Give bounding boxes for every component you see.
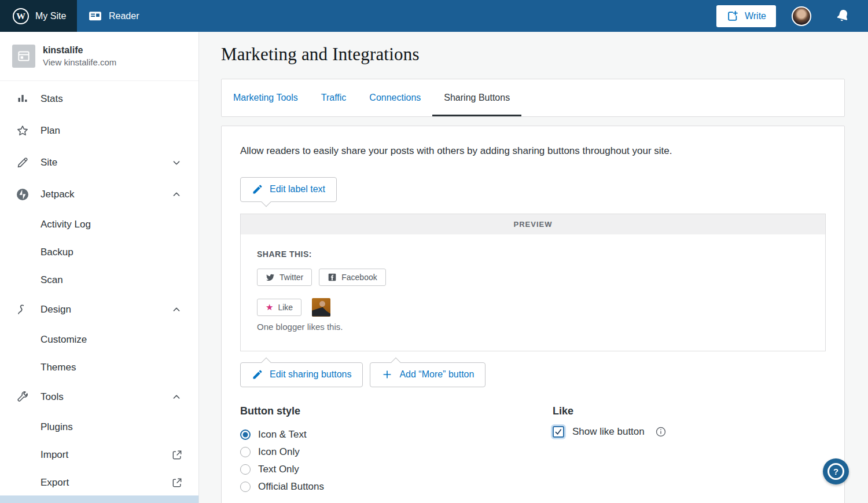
sharing-preview: PREVIEW SHARE THIS: Twitter (240, 214, 826, 351)
radio[interactable] (240, 482, 251, 492)
sidebar-item-label: Scan (41, 274, 63, 286)
sidebar-item-label: Design (41, 304, 71, 315)
reader-icon (88, 9, 102, 23)
facebook-label: Facebook (341, 273, 377, 282)
sidebar-item-label: Plan (41, 125, 60, 137)
sidebar-item-plan[interactable]: Plan (0, 115, 198, 147)
sidebar-item-tools[interactable]: Tools (0, 381, 198, 413)
like-heading: Like (553, 405, 667, 417)
chevron-down-icon (170, 156, 183, 169)
sidebar-item-design[interactable]: Design (0, 294, 198, 326)
user-avatar[interactable] (792, 6, 811, 26)
svg-text:W: W (16, 11, 25, 21)
sidebar-item-label: Export (41, 477, 69, 489)
question-mark-icon: ? (827, 463, 844, 480)
preview-body: SHARE THIS: Twitter (241, 234, 825, 351)
twitter-icon (266, 273, 275, 282)
radio[interactable] (240, 447, 251, 457)
external-link-icon (171, 449, 183, 461)
sidebar-item-label: Plugins (41, 421, 73, 433)
edit-sharing-buttons-label: Edit sharing buttons (270, 369, 351, 380)
write-icon (726, 10, 739, 23)
pointer (391, 357, 401, 367)
chevron-up-icon (170, 391, 183, 403)
liker-avatar[interactable] (312, 298, 330, 317)
preview-header: PREVIEW (241, 214, 825, 234)
tab-sharing-buttons[interactable]: Sharing Buttons (432, 79, 521, 116)
sidebar: kinstalife View kinstalife.com Stats (0, 32, 199, 503)
panel-description: Allow readers to easily share your posts… (240, 144, 826, 159)
page-title: Marketing and Integrations (221, 44, 845, 65)
pointer (262, 197, 271, 207)
sidebar-selected-item-partial[interactable] (0, 495, 198, 503)
notifications-bell-icon[interactable] (835, 8, 851, 24)
main-content: Marketing and Integrations Marketing Too… (199, 32, 868, 503)
help-button[interactable]: ? (823, 458, 849, 484)
sidebar-item-label: Stats (41, 93, 63, 105)
sidebar-item-label: Themes (41, 362, 76, 373)
edit-pencil-icon (252, 183, 263, 195)
wrench-icon (16, 390, 30, 404)
edit-label-text: Edit label text (270, 184, 325, 194)
like-caption: One blogger likes this. (257, 322, 809, 332)
like-label: Like (278, 303, 293, 312)
my-site-label: My Site (35, 11, 66, 21)
sidebar-item-plugins[interactable]: Plugins (0, 413, 198, 441)
radio-text-only[interactable]: Text Only (240, 461, 553, 478)
squiggle-icon (16, 303, 30, 317)
facebook-icon (328, 273, 337, 282)
write-button[interactable]: Write (716, 5, 776, 27)
external-link-icon (171, 477, 183, 489)
wordpress-logo-icon: W (12, 8, 30, 25)
site-switcher[interactable]: kinstalife View kinstalife.com (0, 32, 198, 81)
sidebar-item-site[interactable]: Site (0, 147, 198, 179)
reader-menu[interactable]: Reader (88, 9, 139, 23)
add-more-button[interactable]: Add “More” button (370, 362, 486, 387)
sidebar-item-label: Import (41, 449, 68, 461)
sidebar-item-label: Backup (41, 247, 73, 258)
radio-icon-only[interactable]: Icon Only (240, 443, 553, 461)
twitter-share-button[interactable]: Twitter (257, 269, 312, 286)
chevron-up-icon (170, 303, 183, 316)
site-url: View kinstalife.com (43, 57, 116, 68)
sidebar-item-scan[interactable]: Scan (0, 266, 198, 294)
tab-traffic[interactable]: Traffic (310, 79, 358, 116)
radio-selected[interactable] (240, 429, 251, 440)
facebook-share-button[interactable]: Facebook (319, 269, 385, 286)
section-nav-tabs: Marketing Tools Traffic Connections Shar… (221, 79, 845, 117)
button-style-heading: Button style (240, 405, 553, 417)
sidebar-item-export[interactable]: Export (0, 469, 198, 497)
my-site-menu[interactable]: W My Site (0, 0, 77, 32)
pointer (262, 357, 271, 367)
info-icon[interactable] (655, 426, 667, 438)
like-star-icon: ★ (266, 303, 273, 311)
radio-icon-and-text[interactable]: Icon & Text (240, 426, 553, 443)
sharing-buttons-panel: Allow readers to easily share your posts… (221, 126, 845, 503)
like-button[interactable]: ★ Like (257, 299, 301, 316)
sidebar-item-themes[interactable]: Themes (0, 354, 198, 381)
sidebar-item-label: Tools (41, 391, 64, 403)
show-like-checkbox[interactable] (553, 426, 564, 438)
sidebar-item-label: Jetpack (41, 189, 75, 200)
sidebar-item-label: Customize (41, 334, 87, 346)
masterbar: W My Site Reader Write (0, 0, 868, 32)
sidebar-item-jetpack[interactable]: Jetpack (0, 179, 198, 211)
pencil-icon (16, 156, 30, 170)
edit-label-text-button[interactable]: Edit label text (240, 177, 337, 202)
site-icon (12, 45, 35, 68)
sidebar-item-activity-log[interactable]: Activity Log (0, 211, 198, 238)
site-name: kinstalife (43, 44, 116, 57)
jetpack-icon (16, 188, 30, 201)
edit-pencil-icon (252, 369, 263, 380)
sidebar-item-customize[interactable]: Customize (0, 326, 198, 354)
radio-official-buttons[interactable]: Official Buttons (240, 478, 553, 495)
edit-sharing-buttons-button[interactable]: Edit sharing buttons (240, 362, 363, 387)
sidebar-item-stats[interactable]: Stats (0, 83, 198, 115)
radio[interactable] (240, 464, 251, 475)
tab-marketing-tools[interactable]: Marketing Tools (222, 79, 310, 116)
sidebar-item-import[interactable]: Import (0, 441, 198, 469)
sidebar-item-backup[interactable]: Backup (0, 238, 198, 266)
tab-connections[interactable]: Connections (358, 79, 432, 116)
show-like-label: Show like button (572, 426, 645, 438)
share-this-label: SHARE THIS: (257, 249, 809, 259)
